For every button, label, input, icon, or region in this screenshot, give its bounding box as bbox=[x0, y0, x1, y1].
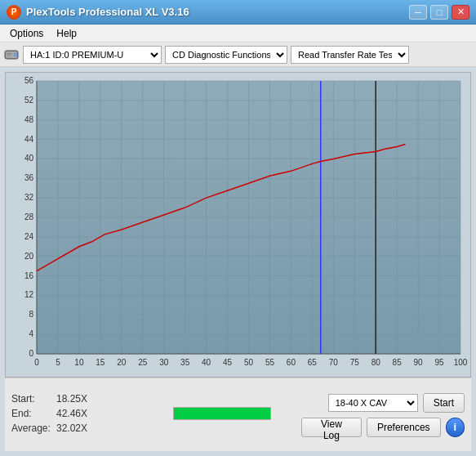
toolbar: HA:1 ID:0 PREMIUM-U CD Diagnostic Functi… bbox=[0, 42, 476, 67]
app-title: PlexTools Professional XL V3.16 bbox=[26, 6, 189, 18]
main-content: Start: 18.25X End: 42.46X Average: 32.02… bbox=[0, 67, 476, 456]
end-value: 42.46X bbox=[56, 408, 87, 419]
maximize-button[interactable]: □ bbox=[430, 5, 448, 20]
test-select[interactable]: Read Transfer Rate Test bbox=[291, 46, 409, 64]
speed-select[interactable]: 18-40 X CAV bbox=[328, 394, 418, 412]
start-label: Start: bbox=[11, 393, 56, 405]
avg-value: 32.02X bbox=[56, 422, 87, 434]
diagnostic-select[interactable]: CD Diagnostic Functions bbox=[165, 46, 287, 64]
bottom-panel: Start: 18.25X End: 42.46X Average: 32.02… bbox=[5, 378, 471, 451]
svg-rect-3 bbox=[7, 53, 12, 55]
info-button[interactable]: i bbox=[446, 418, 465, 437]
preferences-button[interactable]: Preferences bbox=[367, 418, 441, 437]
progress-bar bbox=[173, 407, 271, 420]
start-button[interactable]: Start bbox=[423, 393, 465, 413]
stats-section: Start: 18.25X End: 42.46X Average: 32.02… bbox=[11, 393, 142, 437]
start-value: 18.25X bbox=[56, 393, 87, 405]
avg-label: Average: bbox=[11, 422, 56, 434]
app-icon: P bbox=[7, 5, 21, 20]
end-label: End: bbox=[11, 408, 56, 419]
svg-rect-4 bbox=[7, 55, 11, 56]
menu-options[interactable]: Options bbox=[3, 26, 50, 41]
drive-select[interactable]: HA:1 ID:0 PREMIUM-U bbox=[23, 46, 162, 64]
controls-section: 18-40 X CAV Start View Log Preferences i bbox=[301, 393, 465, 437]
progress-section bbox=[142, 407, 301, 423]
svg-point-2 bbox=[14, 53, 17, 56]
progress-fill bbox=[174, 408, 270, 419]
title-bar: P PlexTools Professional XL V3.16 ─ □ ✕ bbox=[0, 0, 476, 25]
transfer-rate-chart bbox=[6, 73, 470, 377]
menu-bar: Options Help bbox=[0, 25, 476, 42]
chart-container bbox=[5, 72, 471, 378]
view-log-button[interactable]: View Log bbox=[301, 418, 362, 437]
drive-icon bbox=[3, 47, 20, 63]
minimize-button[interactable]: ─ bbox=[409, 5, 427, 20]
menu-help[interactable]: Help bbox=[50, 26, 83, 41]
close-button[interactable]: ✕ bbox=[452, 5, 469, 20]
